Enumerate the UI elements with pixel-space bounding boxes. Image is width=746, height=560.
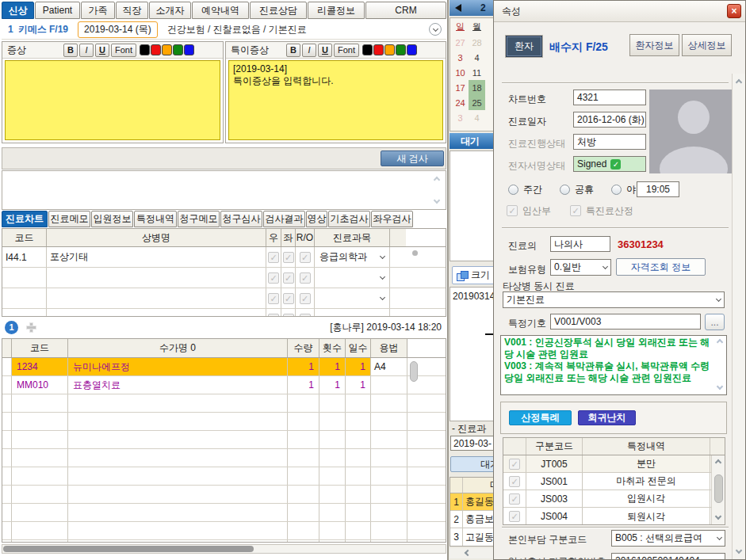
color-green-swatch[interactable] xyxy=(173,44,183,55)
waiting-row[interactable]: 3 고길동 xyxy=(450,528,493,546)
row-checkbox[interactable] xyxy=(509,476,520,487)
detail-info-button[interactable]: 상세정보 xyxy=(682,34,732,56)
visit-date-box[interactable]: 2019-03-14 (목) xyxy=(78,21,158,38)
tab-claim-review[interactable]: 청구심사 xyxy=(220,211,262,227)
waiting-row[interactable]: 2 홍금보 xyxy=(450,511,493,528)
prev-month-icon[interactable] xyxy=(455,4,461,12)
doctor-field[interactable]: 나의사 xyxy=(550,236,610,252)
row-checkbox[interactable] xyxy=(509,459,520,470)
specific-row[interactable]: JT005 분만 xyxy=(503,455,725,473)
tab-lr-exam[interactable]: 좌우검사 xyxy=(371,211,413,227)
new-exam-button[interactable]: 새 검사 xyxy=(381,150,444,166)
tab-crm[interactable]: CRM xyxy=(365,2,446,19)
diagnosis-scroll-dot[interactable] xyxy=(412,250,418,256)
color-orange-swatch[interactable] xyxy=(162,44,172,55)
panel-vscrollbar[interactable] xyxy=(732,74,745,559)
scroll-up-icon[interactable] xyxy=(715,459,721,466)
daytime-radio[interactable] xyxy=(508,185,518,195)
payment-confirm-field[interactable]: 2016100500140404 xyxy=(611,553,725,560)
bold-button[interactable]: B xyxy=(286,44,300,57)
ro-checkbox[interactable] xyxy=(300,252,311,263)
tab-reservation[interactable]: 예약내역 xyxy=(192,2,249,19)
color-orange-swatch[interactable] xyxy=(384,44,395,55)
color-red-swatch[interactable] xyxy=(151,44,161,55)
tab-personal[interactable]: 신상 xyxy=(2,2,34,19)
rx-row-empty[interactable] xyxy=(2,467,446,486)
rx-group-badge[interactable]: 1 xyxy=(5,321,18,334)
scroll-up-icon[interactable] xyxy=(434,177,440,183)
tab-imaging[interactable]: 영상 xyxy=(306,211,327,227)
tab-claim-memo[interactable]: 청구메모 xyxy=(178,211,220,227)
tab-memo[interactable]: 진료메모 xyxy=(48,211,90,227)
qualification-button[interactable]: 자격조회 정보 xyxy=(616,258,706,276)
patient-info-button[interactable]: 환자정보 xyxy=(629,34,679,56)
color-blue-swatch[interactable] xyxy=(407,44,417,55)
tab-consult[interactable]: 진료상담 xyxy=(250,2,307,19)
color-black-swatch[interactable] xyxy=(362,44,373,55)
specific-table-scrollbar[interactable] xyxy=(711,455,725,525)
visit-date-field[interactable]: 2016-12-06 (화) xyxy=(573,112,646,128)
italic-button[interactable]: I xyxy=(79,44,94,57)
font-button[interactable]: Font xyxy=(334,44,359,57)
tab-recall[interactable]: 리콜정보 xyxy=(308,2,365,19)
rx-hscrollbar-thumb[interactable] xyxy=(3,546,254,552)
rx-vscrollbar-thumb[interactable] xyxy=(410,361,418,382)
other-disease-dropdown[interactable]: 기본진료 xyxy=(503,291,725,308)
scroll-down-icon[interactable] xyxy=(434,197,440,204)
diagnosis-row[interactable]: I44.1 포상기태 응급의학과 xyxy=(2,247,446,268)
specific-row[interactable]: JS004 퇴원시각 xyxy=(503,508,725,525)
size-button[interactable]: 크기 xyxy=(452,266,493,284)
rx-row-empty[interactable] xyxy=(2,413,446,431)
specific-row[interactable]: JS001 마취과 전문의 xyxy=(503,473,725,490)
tab-exam-result[interactable]: 검사결과 xyxy=(263,211,305,227)
rare-disease-button[interactable]: 회귀난치 xyxy=(578,410,636,425)
add-rx-icon[interactable] xyxy=(26,322,36,333)
rx-row[interactable]: MM010 표층열치료 1 1 1 xyxy=(2,376,446,394)
rx-row-empty[interactable] xyxy=(2,522,446,540)
tab-basic-exam[interactable]: 기초검사 xyxy=(328,211,370,227)
selfpay-code-dropdown[interactable]: B005 : 선택의료급여 xyxy=(611,530,725,547)
tab-admission[interactable]: 입원정보 xyxy=(91,211,133,227)
expand-circle-icon[interactable] xyxy=(429,23,442,36)
symptom-textarea[interactable] xyxy=(5,60,220,140)
special-calc-checkbox[interactable] xyxy=(570,205,581,216)
specific-sign-field[interactable]: V001/V003 xyxy=(550,314,701,330)
time-field[interactable]: 19:05 xyxy=(637,181,679,197)
diagnosis-row-empty[interactable] xyxy=(2,288,446,309)
rx-row-empty[interactable] xyxy=(2,449,446,467)
scroll-left-icon[interactable] xyxy=(465,550,471,556)
underline-button[interactable]: U xyxy=(318,44,332,57)
rx-hscrollbar[interactable] xyxy=(2,544,446,554)
chart-no-field[interactable]: 4321 xyxy=(573,90,646,105)
tab-chart[interactable]: 진료차트 xyxy=(2,211,48,227)
rx-row-empty[interactable] xyxy=(2,431,446,449)
row-checkbox[interactable] xyxy=(509,511,520,522)
pregnant-checkbox[interactable] xyxy=(507,205,518,216)
diagnosis-row-empty[interactable] xyxy=(2,309,446,317)
mini-calendar[interactable]: 일 월 2728 34 1011 1718 2425 34 xyxy=(450,17,493,131)
scroll-up-icon[interactable] xyxy=(736,79,742,86)
tab-family[interactable]: 가족 xyxy=(81,2,115,19)
tab-workplace[interactable]: 직장 xyxy=(116,2,148,19)
diagnosis-row-empty[interactable] xyxy=(2,268,446,288)
scroll-down-icon[interactable] xyxy=(736,547,742,554)
special-case-button[interactable]: 산정특례 xyxy=(509,410,572,425)
waiting-button[interactable]: 대기 xyxy=(450,456,493,472)
rx-row-selected[interactable]: 1234 뉴미나에프정 1 1 1 A4 xyxy=(2,358,446,376)
tab-specific[interactable]: 특정내역 xyxy=(134,211,177,227)
tab-patient[interactable]: Patient xyxy=(35,2,80,19)
holiday-radio[interactable] xyxy=(560,185,570,195)
rx-row-empty[interactable] xyxy=(2,540,446,543)
row-checkbox[interactable] xyxy=(509,493,520,505)
italic-button[interactable]: I xyxy=(302,44,316,57)
special-symptom-textarea[interactable]: [2019-03-14] 특이증상을 입력합니다. xyxy=(228,60,443,140)
color-black-swatch[interactable] xyxy=(140,44,150,55)
waiting-hscrollbar[interactable] xyxy=(450,548,493,558)
more-button[interactable]: ... xyxy=(705,314,725,330)
bold-button[interactable]: B xyxy=(63,44,78,57)
insurance-type-dropdown[interactable]: 0.일반 xyxy=(550,259,611,276)
rx-row-empty[interactable] xyxy=(2,504,446,522)
right-checkbox[interactable] xyxy=(268,252,279,263)
scroll-down-icon[interactable] xyxy=(715,513,721,520)
tab-referrer[interactable]: 소개자 xyxy=(149,2,191,19)
